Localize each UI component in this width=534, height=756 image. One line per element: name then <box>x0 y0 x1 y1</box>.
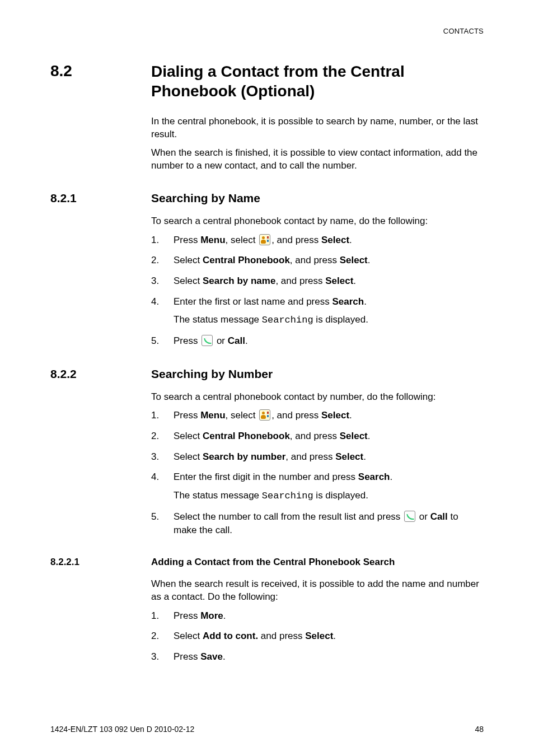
footer-doc-id: 1424-EN/LZT 103 092 Uen D 2010-02-12 <box>50 725 194 734</box>
step-text: Press or Call. <box>174 334 484 348</box>
section-8-2-2-heading: 8.2.2 Searching by Number <box>50 367 484 381</box>
section-number: 8.2.2.1 <box>50 557 151 568</box>
step-number: 3. <box>151 650 174 664</box>
steps-list: 1. Press Menu, select , and press Select… <box>151 409 484 537</box>
step-item: 4. Enter the first digit in the number a… <box>151 470 484 503</box>
section-8-2-2-body: To search a central phonebook contact by… <box>151 391 484 538</box>
step-number: 5. <box>151 510 174 524</box>
step-item: 5. Select the number to call from the re… <box>151 510 484 538</box>
step-item: 4. Enter the first or last name and pres… <box>151 295 484 328</box>
step-text: Select Central Phonebook, and press Sele… <box>174 254 484 268</box>
section-number: 8.2.2 <box>50 367 151 381</box>
step-number: 2. <box>151 629 174 643</box>
call-icon <box>404 511 415 522</box>
lead-paragraph: To search a central phonebook contact by… <box>151 215 484 228</box>
step-subtext: The status message Searching is displaye… <box>174 489 484 503</box>
step-text: Select Central Phonebook, and press Sele… <box>174 430 484 444</box>
step-item: 1. Press More. <box>151 609 484 623</box>
section-8-2-heading: 8.2 Dialing a Contact from the Central P… <box>50 62 484 101</box>
step-text: Enter the first digit in the number and … <box>174 470 484 503</box>
page: CONTACTS 8.2 Dialing a Contact from the … <box>0 0 534 756</box>
lead-paragraph: When the search result is received, it i… <box>151 578 484 604</box>
steps-list: 1. Press Menu, select , and press Select… <box>151 234 484 348</box>
step-text: Select Search by number, and press Selec… <box>174 450 484 464</box>
page-number: 48 <box>475 725 484 734</box>
section-8-2-2-1-heading: 8.2.2.1 Adding a Contact from the Centra… <box>50 557 484 568</box>
section-title: Dialing a Contact from the Central Phone… <box>151 62 484 101</box>
step-number: 3. <box>151 274 174 288</box>
step-item: 2. Select Add to cont. and press Select. <box>151 629 484 643</box>
section-number: 8.2.1 <box>50 192 151 205</box>
step-item: 3. Select Search by number, and press Se… <box>151 450 484 464</box>
section-title: Searching by Name <box>151 192 260 205</box>
lead-paragraph: To search a central phonebook contact by… <box>151 391 484 404</box>
step-number: 5. <box>151 334 174 348</box>
step-item: 2. Select Central Phonebook, and press S… <box>151 254 484 268</box>
step-subtext: The status message Searching is displaye… <box>174 313 484 328</box>
step-item: 5. Press or Call. <box>151 334 484 348</box>
section-8-2-1-heading: 8.2.1 Searching by Name <box>50 192 484 205</box>
step-number: 4. <box>151 470 174 484</box>
step-text: Select the number to call from the resul… <box>174 510 484 538</box>
section-title: Searching by Number <box>151 367 273 381</box>
step-item: 3. Press Save. <box>151 650 484 664</box>
section-title: Adding a Contact from the Central Phoneb… <box>151 557 395 568</box>
step-text: Select Search by name, and press Select. <box>174 274 484 288</box>
steps-list: 1. Press More. 2. Select Add to cont. an… <box>151 609 484 664</box>
running-header: CONTACTS <box>443 27 484 35</box>
step-item: 2. Select Central Phonebook, and press S… <box>151 430 484 444</box>
page-footer: 1424-EN/LZT 103 092 Uen D 2010-02-12 48 <box>50 725 484 734</box>
step-item: 1. Press Menu, select , and press Select… <box>151 409 484 423</box>
step-text: Select Add to cont. and press Select. <box>174 629 484 643</box>
step-text: Press Save. <box>174 650 484 664</box>
step-number: 3. <box>151 450 174 464</box>
step-number: 1. <box>151 609 174 623</box>
contacts-icon <box>259 234 270 245</box>
contacts-icon <box>259 409 270 421</box>
step-number: 4. <box>151 295 174 309</box>
step-number: 2. <box>151 430 174 444</box>
step-number: 1. <box>151 234 174 248</box>
step-number: 1. <box>151 409 174 423</box>
step-text: Enter the first or last name and press S… <box>174 295 484 328</box>
section-8-2-body: In the central phonebook, it is possible… <box>151 115 484 172</box>
step-text: Press Menu, select , and press Select. <box>174 409 484 423</box>
paragraph: When the search is finished, it is possi… <box>151 147 484 172</box>
section-8-2-2-1-body: When the search result is received, it i… <box>151 578 484 664</box>
step-text: Press More. <box>174 609 484 623</box>
call-icon <box>202 335 213 346</box>
step-item: 1. Press Menu, select , and press Select… <box>151 234 484 248</box>
step-item: 3. Select Search by name, and press Sele… <box>151 274 484 288</box>
step-number: 2. <box>151 254 174 268</box>
section-8-2-1-body: To search a central phonebook contact by… <box>151 215 484 348</box>
section-number: 8.2 <box>50 62 151 81</box>
paragraph: In the central phonebook, it is possible… <box>151 115 484 141</box>
step-text: Press Menu, select , and press Select. <box>174 234 484 248</box>
